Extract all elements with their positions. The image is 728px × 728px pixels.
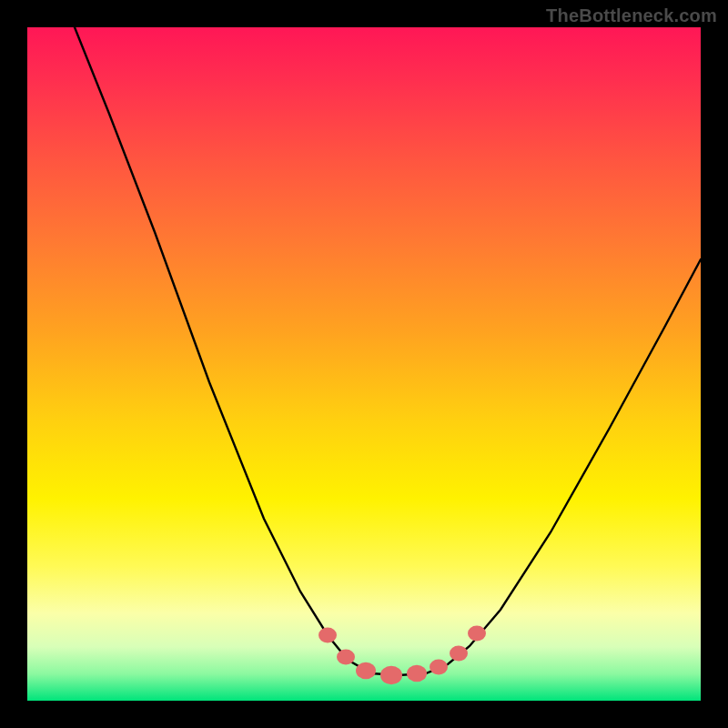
plot-frame xyxy=(27,27,701,701)
curve-marker xyxy=(450,646,468,662)
curve-marker xyxy=(337,650,355,665)
curve-marker xyxy=(356,662,376,680)
curve-marker xyxy=(468,626,486,642)
bottleneck-curve-path xyxy=(75,27,701,675)
curve-marker xyxy=(318,628,337,643)
curve-marker xyxy=(407,665,427,682)
curve-marker xyxy=(430,660,448,675)
bottleneck-curve-svg xyxy=(27,27,701,701)
curve-marker xyxy=(380,666,402,684)
watermark-text: TheBottleneck.com xyxy=(546,5,717,26)
